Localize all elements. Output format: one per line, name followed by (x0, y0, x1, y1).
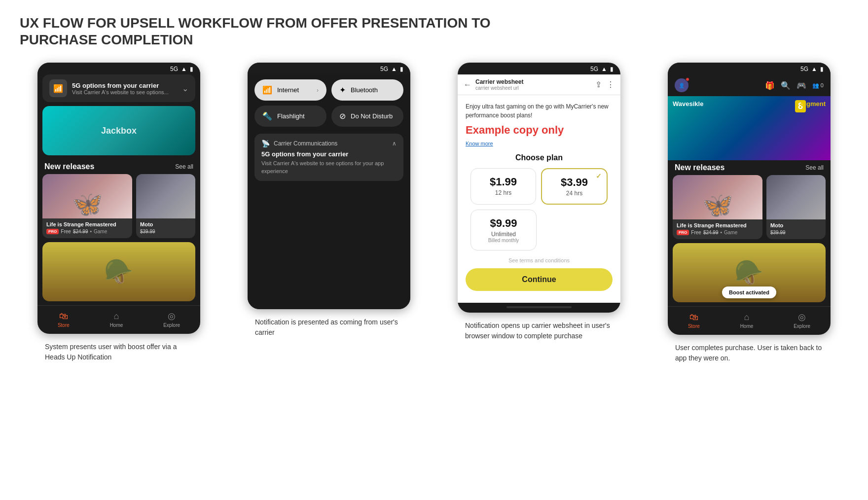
moto-img-4 (766, 175, 826, 219)
see-all-4[interactable]: See all (805, 164, 824, 171)
browser-back-button[interactable]: ← (464, 80, 471, 89)
moto-title-1: Moto (140, 221, 191, 227)
browser-bar: ← Carrier websheet carrier websheet url … (458, 74, 620, 95)
avatar-icon-4: 👤 (679, 83, 685, 88)
explore-icon-1: ◎ (168, 311, 176, 321)
notif-text-1: 5G options from your carrier Visit Carri… (72, 82, 177, 95)
status-bar-2: 5G ▲ ▮ (248, 63, 410, 74)
home-label-4: Home (740, 323, 754, 329)
internet-label: Internet (277, 86, 299, 94)
game-type-1: • (90, 229, 92, 234)
nav-store-1[interactable]: 🛍 Store (58, 311, 70, 328)
life-is-strange-card-1[interactable]: 🦋 Life is Strange Remastered PRO Free $2… (42, 174, 132, 238)
nav-home-1[interactable]: ⌂ Home (110, 311, 123, 328)
browser-icons: ⇪ ⋮ (595, 80, 615, 89)
free-text-4: Free (691, 230, 701, 235)
phone-frame-4: 5G ▲ ▮ 👤 🎁 🔍 🎮 👥 0 Wavesikle (668, 63, 831, 335)
nav-explore-1[interactable]: ◎ Explore (163, 311, 180, 328)
plan-3-price: $9.99 (476, 217, 531, 230)
status-bar-3: 5G ▲ ▮ (458, 63, 620, 74)
store-icon-1: 🛍 (59, 311, 68, 321)
moto-card-1[interactable]: Moto $39.99 (136, 174, 195, 238)
plan-9-99[interactable]: $9.99 Unlimited Billed monthly (470, 210, 537, 250)
dark-space-2 (248, 186, 410, 309)
more-icon[interactable]: ⋮ (607, 80, 615, 89)
boost-notification-1[interactable]: 📶 5G options from your carrier Visit Car… (42, 74, 195, 102)
qs-flashlight[interactable]: 🔦 Flashlight (254, 106, 326, 127)
nav-store-4[interactable]: 🛍 Store (688, 312, 700, 329)
girl-silhouette-4: 🦋 (702, 191, 733, 219)
phone-frame-3: 5G ▲ ▮ ← Carrier websheet carrier webshe… (458, 63, 620, 313)
featured-banner-4: Wavesikle 8 Figment (668, 96, 831, 160)
carrier-notif-header: 📡 Carrier Communications ∧ (261, 140, 397, 147)
moto-meta-4: $39.99 (770, 230, 822, 235)
gift-icon-4: 🎁 (765, 81, 775, 90)
life-is-strange-info-4: Life is Strange Remastered PRO Free $24.… (673, 219, 762, 239)
game-title-4: Life is Strange Remastered (677, 222, 759, 228)
nav-bar-1: 🛍 Store ⌂ Home ◎ Explore (37, 305, 200, 334)
life-is-strange-info-1: Life is Strange Remastered PRO Free $24.… (42, 218, 132, 238)
phone-frame-1: 5G ▲ ▮ 📶 5G options from your carrier Vi… (37, 63, 200, 334)
explore-icon-4: ◎ (798, 312, 806, 322)
nav-bar-4: 🛍 Store ⌂ Home ◎ Explore (668, 306, 831, 335)
flashlight-label: Flashlight (277, 112, 305, 120)
game-row-4: 🦋 Life is Strange Remastered PRO Free $2… (668, 175, 831, 243)
caption-4: User completes purchase. User is taken b… (675, 343, 823, 363)
continue-button[interactable]: Continue (466, 268, 613, 291)
notif-arrow-1: ⌄ (182, 84, 188, 93)
notif-subtitle-1: Visit Carrier A's website to see options… (72, 89, 177, 95)
life-is-strange-img-1: 🦋 (42, 174, 132, 218)
boost-activated-badge: Boost activated (722, 286, 776, 298)
carrier-app-icon: 📡 (261, 140, 270, 147)
bottom-bar-3 (458, 303, 620, 313)
free-text-1: Free (61, 229, 71, 234)
caption-3: Notification opens up carrier websheet i… (465, 321, 613, 341)
see-all-1[interactable]: See all (175, 163, 193, 170)
share-icon[interactable]: ⇪ (595, 80, 602, 89)
game-type-label-1: Game (94, 229, 107, 234)
people-count-4: 👥 0 (812, 82, 824, 89)
signal-icon-2: ▲ (391, 66, 397, 72)
screen-2-col: 5G ▲ ▮ 📶 Internet › ✦ Bluetooth 🔦 Flashl… (230, 63, 428, 338)
plan-2-duration: 24 hrs (547, 190, 602, 197)
qs-internet[interactable]: 📶 Internet › (254, 79, 326, 101)
price-4: $24.99 (703, 230, 719, 235)
user-avatar-4: 👤 (675, 78, 688, 92)
qs-bluetooth[interactable]: ✦ Bluetooth (331, 79, 403, 101)
jackbox-title: Jackbox (101, 126, 137, 136)
figment-label: Figment (800, 100, 826, 107)
soldier-banner-1: 🪖 (42, 242, 195, 301)
websheet-content: Enjoy ultra fast gaming on the go with M… (458, 95, 620, 303)
game-type-label-4: Game (724, 230, 737, 235)
plan-1-99[interactable]: $1.99 12 hrs (470, 168, 536, 205)
nav-explore-4[interactable]: ◎ Explore (794, 312, 810, 329)
qs-dnd[interactable]: ⊘ Do Not Disturb (331, 106, 403, 127)
life-is-strange-img-4: 🦋 (673, 175, 762, 219)
plan-3-duration: Unlimited (476, 231, 531, 238)
soldier-icon-4: 🪖 (734, 259, 764, 286)
notif-expand-icon[interactable]: ∧ (392, 140, 397, 147)
jackbox-banner: Jackbox (42, 106, 195, 155)
moto-card-4[interactable]: Moto $39.99 (766, 175, 826, 239)
wavesikle-label: Wavesikle (673, 100, 703, 107)
game-type-4: • (721, 230, 723, 235)
example-copy-label: Example copy only (466, 124, 613, 137)
bluetooth-label: Bluetooth (351, 86, 378, 94)
plan-3-99[interactable]: $3.99 24 hrs (541, 168, 608, 205)
header-icons-4: 🎁 🔍 🎮 👥 0 (765, 81, 824, 90)
moto-info-1: Moto $39.99 (136, 218, 195, 238)
plan-options: $1.99 12 hrs $3.99 24 hrs $9.99 Unlimite… (466, 168, 613, 250)
life-is-strange-card-4[interactable]: 🦋 Life is Strange Remastered PRO Free $2… (673, 175, 762, 239)
caption-2: Notification is presented as coming from… (255, 317, 403, 338)
nav-home-4[interactable]: ⌂ Home (740, 312, 754, 329)
search-icon-4[interactable]: 🔍 (781, 81, 791, 90)
app-header-4: 👤 🎁 🔍 🎮 👥 0 (668, 74, 831, 96)
status-5g-3: 5G (590, 66, 598, 72)
screen-3-col: 5G ▲ ▮ ← Carrier websheet carrier webshe… (440, 63, 638, 341)
know-more-link[interactable]: Know more (466, 141, 613, 146)
controller-icon-4: 🎮 (796, 81, 806, 90)
game-row-1: 🦋 Life is Strange Remastered PRO Free $2… (37, 174, 200, 242)
signal-icon-4: ▲ (811, 66, 817, 72)
game-meta-4: PRO Free $24.99 • Game (677, 230, 759, 235)
signal-icon-1: ▲ (181, 66, 187, 72)
